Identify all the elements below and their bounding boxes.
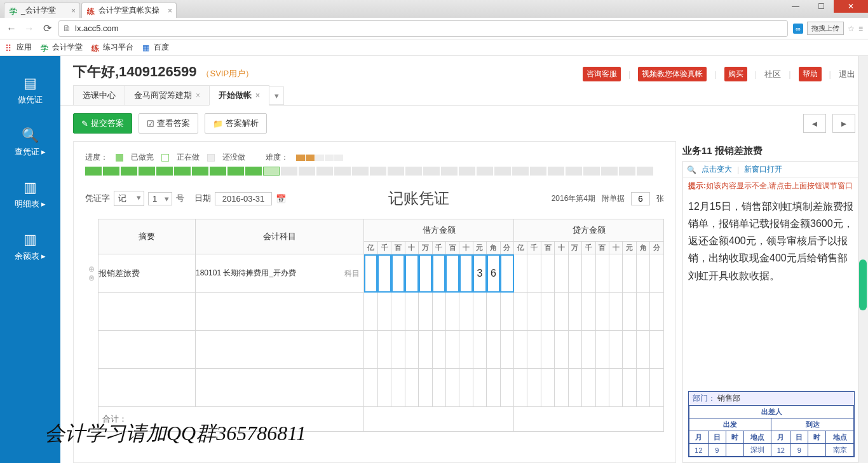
summary-cell[interactable] [98,369,195,407]
debit-digit-cell[interactable] [432,254,445,293]
close-icon[interactable]: × [71,6,76,15]
progress-cell[interactable] [441,167,458,176]
debit-digit-cell[interactable] [500,331,513,369]
progress-cell[interactable] [459,167,475,176]
debit-digit-cell[interactable] [473,369,486,407]
credit-digit-cell[interactable] [541,254,554,293]
summary-cell[interactable]: 报销差旅费 [98,254,195,293]
scrollbar[interactable] [858,56,868,463]
progress-cell[interactable] [263,167,280,176]
view-answer-button[interactable]: ☑ 查看答案 [139,113,198,134]
progress-cell[interactable] [156,167,173,176]
credit-digit-cell[interactable] [514,293,527,331]
credit-digit-cell[interactable] [582,369,595,407]
close-icon[interactable]: × [168,6,172,15]
debit-digit-cell[interactable] [391,293,405,331]
menu-icon[interactable]: ≡ [858,24,863,33]
apps-button[interactable]: ⠿ 应用 [5,42,32,53]
credit-digit-cell[interactable] [595,369,609,407]
zoom-button[interactable]: 点击变大 [702,164,732,175]
credit-digit-cell[interactable] [555,254,568,293]
progress-cell[interactable] [210,167,226,176]
progress-cell[interactable] [139,167,155,176]
debit-digit-cell[interactable] [459,331,473,369]
debit-digit-cell[interactable] [391,254,405,293]
debit-digit-cell[interactable] [473,293,486,331]
buy-button[interactable]: 购买 [724,67,747,81]
progress-cell[interactable] [548,167,564,176]
progress-cell[interactable] [423,167,440,176]
credit-digit-cell[interactable] [541,369,554,407]
debit-digit-cell[interactable] [391,369,405,407]
debit-digit-cell[interactable]: 6 [487,254,500,293]
progress-cell[interactable] [477,167,493,176]
progress-cell[interactable] [512,167,529,176]
add-row-icon[interactable]: ⊕ [85,265,98,273]
debit-digit-cell[interactable] [377,293,391,331]
logout-link[interactable]: 退出 [839,69,855,80]
subject-cell[interactable] [196,293,364,331]
debit-digit-cell[interactable] [405,369,418,407]
debit-digit-cell[interactable] [419,254,432,293]
star-icon[interactable]: ☆ [848,24,855,33]
progress-cell[interactable] [245,167,262,176]
progress-cell[interactable] [405,167,422,176]
voucher-type-select[interactable]: 记 [114,191,144,206]
subject-cell[interactable]: 180101 长期待摊费用_开办费科目 [196,254,364,293]
debit-digit-cell[interactable] [445,331,459,369]
debit-digit-cell[interactable] [473,331,486,369]
newwindow-button[interactable]: 新窗口打开 [744,164,782,175]
consult-button[interactable]: 咨询客服 [583,67,621,81]
credit-digit-cell[interactable] [623,293,636,331]
progress-cell[interactable] [619,167,635,176]
tab-course-center[interactable]: 选课中心 [73,85,125,105]
submit-button[interactable]: ✎ 提交答案 [73,113,132,134]
credit-digit-cell[interactable] [636,254,649,293]
scroll-thumb[interactable] [859,259,867,310]
progress-cell[interactable] [121,167,137,176]
debit-digit-cell[interactable] [432,331,445,369]
bookmark-item[interactable]: 学 会计学堂 [41,42,83,53]
minimize-button[interactable]: — [783,0,808,13]
credit-digit-cell[interactable] [568,331,581,369]
credit-digit-cell[interactable] [582,254,595,293]
credit-digit-cell[interactable] [527,369,541,407]
progress-cell[interactable] [530,167,546,176]
progress-cell[interactable] [494,167,511,176]
debit-digit-cell[interactable]: 3 [473,254,486,293]
sidebar-item-balance[interactable]: ▥ 余额表 ▸ [0,225,60,268]
credit-digit-cell[interactable] [636,293,649,331]
debit-digit-cell[interactable] [364,369,377,407]
credit-digit-cell[interactable] [595,331,609,369]
debit-digit-cell[interactable] [364,331,377,369]
close-icon[interactable]: × [255,91,260,100]
progress-cell[interactable] [334,167,351,176]
progress-cell[interactable] [370,167,386,176]
debit-digit-cell[interactable] [487,331,500,369]
progress-cell[interactable] [316,167,333,176]
credit-digit-cell[interactable] [609,293,623,331]
tab-start-accounting[interactable]: 开始做帐 × [209,85,269,106]
credit-digit-cell[interactable] [650,254,664,293]
debit-digit-cell[interactable] [419,331,432,369]
summary-cell[interactable] [98,331,195,369]
debit-digit-cell[interactable] [445,293,459,331]
summary-cell[interactable] [98,293,195,331]
credit-digit-cell[interactable] [568,369,581,407]
subject-cell[interactable] [196,331,364,369]
credit-digit-cell[interactable] [541,331,554,369]
bookmark-item[interactable]: 练 练习平台 [92,42,133,53]
credit-digit-cell[interactable] [609,331,623,369]
sidebar-item-voucher[interactable]: ▤ 做凭证 [0,69,60,112]
debit-digit-cell[interactable] [377,331,391,369]
credit-digit-cell[interactable] [568,254,581,293]
credit-digit-cell[interactable] [609,254,623,293]
bookmark-item[interactable]: ▦ 百度 [142,42,169,53]
sidebar-item-search-voucher[interactable]: 🔍 查凭证 ▸ [0,121,60,164]
credit-digit-cell[interactable] [568,293,581,331]
debit-digit-cell[interactable] [391,331,405,369]
progress-cell[interactable] [566,167,582,176]
debit-digit-cell[interactable] [487,369,500,407]
debit-digit-cell[interactable] [500,369,513,407]
progress-cell[interactable] [281,167,297,176]
